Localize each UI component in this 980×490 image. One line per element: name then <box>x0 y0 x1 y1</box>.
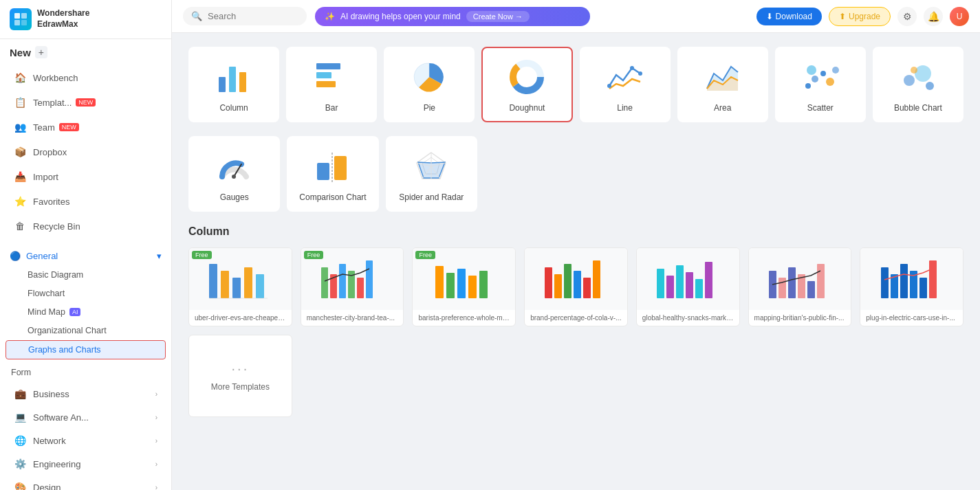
free-badge-3: Free <box>415 251 435 259</box>
bar-chart-icon <box>311 56 352 98</box>
svg-rect-50 <box>357 278 364 298</box>
content-area: Column Bar <box>172 33 980 490</box>
svg-rect-61 <box>583 278 591 298</box>
sidebar-sub-graphs-charts[interactable]: Graphs and Charts <box>6 340 166 359</box>
free-badge-2: Free <box>304 251 324 259</box>
template-name-1: uber-driver-evs-are-cheaper-... <box>189 310 292 326</box>
chart-type-gauges[interactable]: Gauges <box>188 136 280 212</box>
sidebar-sub-basic-diagram[interactable]: Basic Diagram <box>6 266 166 284</box>
sidebar-item-engineering[interactable]: ⚙️ Engineering › <box>4 453 167 475</box>
ai-banner[interactable]: ✨ AI drawing helps open your mind Create… <box>315 7 590 26</box>
sidebar-item-team[interactable]: 👥 Team NEW <box>4 115 167 139</box>
template-card-6[interactable]: mapping-britian's-public-fin-... <box>748 247 852 326</box>
template-thumb-7 <box>860 248 963 310</box>
general-icon: 🔵 <box>10 251 21 261</box>
sidebar-item-business[interactable]: 💼 Business › <box>4 383 167 405</box>
engineering-chevron: › <box>155 460 157 468</box>
notifications-icon-btn[interactable]: 🔔 <box>924 7 943 26</box>
chart-type-bar[interactable]: Bar <box>286 47 377 122</box>
chart-type-pie[interactable]: Pie <box>384 47 475 122</box>
template-thumb-6 <box>749 248 851 310</box>
sidebar-item-templates[interactable]: 📋 Templat... NEW <box>4 91 167 114</box>
template-card-3[interactable]: Free barista-preference-whole-m-... <box>412 247 516 326</box>
app-name: Wondershare EdrawMax <box>37 8 89 30</box>
chart-type-area[interactable]: Area <box>677 47 768 122</box>
template-card-2[interactable]: Free manchester-city-brand-tea-... <box>301 247 404 326</box>
chart-type-doughnut[interactable]: Doughnut <box>481 47 572 122</box>
svg-rect-66 <box>686 272 693 298</box>
svg-rect-79 <box>919 278 927 298</box>
ai-create-button[interactable]: Create Now → <box>466 11 530 22</box>
svg-rect-54 <box>457 269 466 298</box>
svg-rect-43 <box>244 267 252 298</box>
template-card-7[interactable]: plug-in-electric-cars-use-in-... <box>860 247 963 326</box>
search-input[interactable] <box>208 11 290 21</box>
sidebar-item-network[interactable]: 🌐 Network › <box>4 430 167 452</box>
sidebar-item-dropbox[interactable]: 📦 Dropbox <box>4 140 167 164</box>
download-icon: ⬇ <box>766 12 773 21</box>
sidebar-item-recycle[interactable]: 🗑 Recycle Bin <box>4 214 167 238</box>
template-name-3: barista-preference-whole-m-... <box>413 310 515 326</box>
sidebar-item-workbench[interactable]: 🏠 Workbench <box>4 66 167 89</box>
template-card-5[interactable]: global-healthy-snacks-mark-... <box>636 247 740 326</box>
svg-rect-9 <box>316 81 336 87</box>
svg-rect-60 <box>574 271 581 298</box>
more-dots: ··· <box>232 361 250 377</box>
more-templates-card[interactable]: ··· More Templates <box>188 335 292 417</box>
area-chart-icon <box>702 56 743 98</box>
upgrade-button[interactable]: ⬆ Upgrade <box>829 7 891 26</box>
sidebar-sub-mindmap[interactable]: Mind Map AI <box>6 303 166 321</box>
svg-rect-2 <box>14 20 20 25</box>
upgrade-icon: ⬆ <box>839 12 846 21</box>
svg-rect-71 <box>788 267 796 298</box>
header: 🔍 ✨ AI drawing helps open your mind Crea… <box>172 0 980 33</box>
software-chevron: › <box>155 414 157 421</box>
download-button[interactable]: ⬇ Download <box>756 8 822 25</box>
chart-type-line[interactable]: Line <box>580 47 671 122</box>
settings-icon-btn[interactable]: ⚙ <box>897 7 917 26</box>
user-avatar[interactable]: U <box>950 7 969 26</box>
sidebar-item-software[interactable]: 💻 Software An... › <box>4 406 167 428</box>
ai-sparkle-icon: ✨ <box>325 12 335 21</box>
templates-badge: NEW <box>76 98 96 107</box>
template-name-5: global-healthy-snacks-mark-... <box>637 310 739 326</box>
chart-type-spider[interactable]: Spider and Radar <box>386 136 477 212</box>
sidebar-item-import[interactable]: 📥 Import <box>4 165 167 188</box>
section-heading: Column <box>188 225 963 238</box>
business-icon: 💼 <box>14 388 26 400</box>
template-card-1[interactable]: Free uber-driver-evs-are-cheaper-... <box>188 247 292 326</box>
template-name-7: plug-in-electric-cars-use-in-... <box>860 310 963 326</box>
template-thumb-1: Free <box>189 248 292 310</box>
spider-chart-icon <box>411 146 452 187</box>
search-bar[interactable]: 🔍 <box>183 7 307 25</box>
svg-rect-63 <box>657 269 664 298</box>
svg-rect-1 <box>21 13 27 19</box>
sidebar-sub-flowchart[interactable]: Flowchart <box>6 285 166 302</box>
sidebar-sub-orgchart[interactable]: Organizational Chart <box>6 322 166 339</box>
chart-type-bubble[interactable]: Bubble Chart <box>873 47 963 122</box>
svg-point-23 <box>904 75 915 86</box>
new-button[interactable]: New + <box>0 39 171 65</box>
svg-rect-30 <box>334 156 347 180</box>
svg-point-22 <box>807 65 816 75</box>
team-badge: NEW <box>59 123 79 131</box>
template-card-4[interactable]: brand-percentage-of-cola-v-... <box>524 247 628 326</box>
general-section[interactable]: 🔵 General ▾ <box>6 247 166 265</box>
sidebar-item-form[interactable]: Form <box>0 364 171 381</box>
sidebar: Wondershare EdrawMax New + 🏠 Workbench 📋… <box>0 0 172 490</box>
svg-rect-65 <box>676 265 684 298</box>
chart-type-comparison[interactable]: Comparison Chart <box>287 136 378 212</box>
sidebar-item-favorites[interactable]: ⭐ Favorites <box>4 190 167 213</box>
chart-type-row1: Column Bar <box>188 47 963 122</box>
network-icon: 🌐 <box>14 434 26 447</box>
svg-rect-52 <box>435 266 444 298</box>
template-name-6: mapping-britian's-public-fin-... <box>749 310 851 326</box>
chart-type-column[interactable]: Column <box>188 47 279 122</box>
column-chart-icon <box>213 56 254 98</box>
svg-rect-56 <box>479 271 488 298</box>
svg-rect-57 <box>545 267 552 298</box>
sidebar-item-design[interactable]: 🎨 Design › <box>4 476 167 490</box>
svg-rect-4 <box>219 77 226 92</box>
svg-rect-42 <box>232 278 241 298</box>
chart-type-scatter[interactable]: Scatter <box>775 47 866 122</box>
